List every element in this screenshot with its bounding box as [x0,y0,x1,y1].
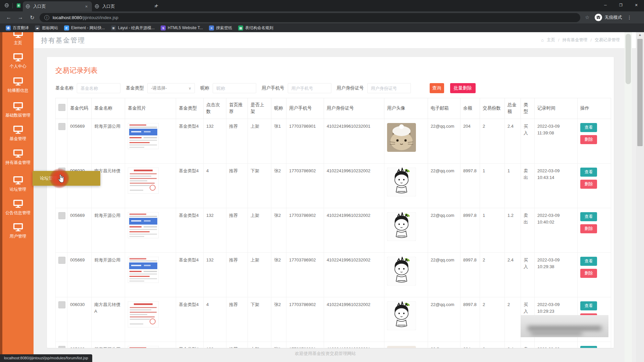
cell-type: 基金类型4 [176,252,204,297]
cell-shelf: 下架 [248,163,271,208]
fund-photo [128,346,173,348]
forward-button[interactable]: → [17,14,23,20]
view-button[interactable]: 查看 [580,301,597,310]
cell-avatar [384,208,428,252]
new-tab-button[interactable]: + [153,2,161,9]
cell-total: 2.4 [505,119,521,163]
fund-type-select[interactable]: -请选择-∨ [147,83,195,93]
watermark-smudge [528,326,601,330]
cell-total: 1 [505,163,521,208]
sidebar-item-9[interactable]: 用户管理 [2,223,34,244]
minimize-window-button[interactable]: ─ [598,0,613,10]
monitor-icon [13,176,23,185]
view-button[interactable]: 查看 [580,123,597,132]
tab-close-icon[interactable]: ✕ [84,4,89,9]
content-scrollbar[interactable] [625,32,632,362]
cell-shares: 2 [480,119,505,163]
monitor-icon [13,125,23,134]
cell-time: 2022-03-09 09:53:11 [535,342,578,348]
watermark-smudge [531,332,582,335]
sidebar-flyout-forum[interactable]: 论坛管理 [33,171,100,186]
delete-button[interactable]: 删除 [580,180,597,189]
restore-window-button[interactable]: ❐ [613,0,629,10]
bookmark-star-icon[interactable]: ☆ [585,14,589,20]
page-info-icon[interactable]: i [44,15,49,20]
browser-toolbar: ← → ↻ i localhost:8080 /jijintouzi/index… [0,11,644,23]
sidebar-item-3[interactable]: 轮播图信息 [2,77,34,99]
row-checkbox[interactable] [58,257,65,264]
filter-input[interactable] [288,83,331,93]
back-button[interactable]: ← [6,14,12,20]
sidebar-item-1[interactable]: 主页 [2,32,34,51]
reload-button[interactable]: ↻ [29,14,35,21]
cell-nick: 张2 [271,297,286,342]
bookmark-label: 百度翻译 [13,25,29,31]
tab-title: 入口页 [102,4,153,9]
cell-shelf: 上架 [248,119,271,163]
tabs-container: 入口页✕入口页✕ [23,1,161,11]
bookmark-item[interactable]: ≋Layui - 经典开源模... [108,24,158,31]
row-checkbox[interactable] [58,123,65,130]
content-scrollbar-thumb[interactable] [626,34,631,84]
sidebar-item-8[interactable]: 公告信息管理 [2,199,34,221]
search-button[interactable]: 查询 [430,83,444,93]
view-button[interactable]: 查看 [580,168,597,177]
cell-nick: 张1 [271,119,286,163]
cell-idcard: 410224199610232002 [324,163,384,208]
tab-separator [12,3,13,8]
sidebar: 主页个人中心轮播图信息基础数据管理基金管理持有基金管理论坛管理公告信息管理用户管… [0,32,34,362]
select-all-checkbox[interactable] [58,104,65,111]
browser-scrollbar[interactable]: ▲ [636,32,644,362]
bookmark-item[interactable]: 5HTML5 Website T... [158,24,206,31]
view-button[interactable]: 查看 [580,346,597,348]
browser-scrollbar-thumb[interactable] [637,39,643,146]
filter-input[interactable] [77,83,120,93]
address-bar[interactable]: i localhost:8080 /jijintouzi/index.jsp [40,13,580,22]
header-recommend: 首页推荐 [226,98,248,119]
sidebar-scrollbar[interactable] [0,32,2,362]
scrollbar-up-arrow-icon[interactable]: ▲ [636,33,644,37]
sidebar-item-2[interactable]: 个人中心 [2,53,34,74]
breadcrumb-item[interactable]: 主页 [547,37,555,43]
blurred-watermark [521,315,608,337]
delete-button[interactable]: 删除 [580,135,597,144]
close-window-button[interactable]: ✕ [629,0,644,10]
cell-check [56,297,67,342]
filter-input[interactable] [213,83,256,93]
breadcrumb-item[interactable]: 持有基金管理 [562,37,588,43]
delete-button[interactable]: 删除 [580,224,597,233]
header-nick: 昵称 [271,98,286,119]
browser-tab[interactable]: 入口页✕ [92,1,161,11]
header-shares: 交易份数 [480,98,505,119]
browser-tab[interactable]: 入口页✕ [23,1,92,11]
view-button[interactable]: 查看 [580,212,597,221]
cell-actions: 查看删除 [578,208,611,252]
row-checkbox[interactable] [58,301,65,308]
records-table: 基金代码基金名称基金照片基金类型点击次数首页推荐是否上架昵称用户手机号用户身份证… [55,98,611,348]
browser-menu-icon[interactable]: ⋮ [627,15,632,20]
filter-input[interactable] [367,83,411,93]
view-button[interactable]: 查看 [580,257,597,266]
bookmark-item[interactable]: 译百度翻译 [3,24,32,31]
pinned-tab-sheets-icon[interactable] [16,3,21,8]
bookmark-item[interactable]: ≡搜索壁纸 [206,24,235,31]
delete-button[interactable]: 删除 [580,269,597,278]
fund-photo [128,123,173,149]
bookmark-item[interactable]: ▰图标网站 [32,24,61,31]
batch-delete-button[interactable]: 批量删除 [450,83,476,93]
cell-shelf: 上架 [248,252,271,297]
sidebar-item-6[interactable]: 持有基金管理 [2,149,34,171]
tab-title: 入口页 [33,4,84,9]
transaction-panel: 交易记录列表 基金名称基金类型-请选择-∨昵称用户手机号用户身份证号 查询 批量… [47,57,614,348]
sidebar-item-7[interactable]: 论坛管理 [2,176,34,197]
breadcrumb-separator: / [558,38,559,43]
bookmark-item[interactable]: ▦表结构命名规则 [235,24,276,31]
cell-phone: 17703786902 [286,163,324,208]
row-checkbox[interactable] [58,212,65,219]
bookmark-item[interactable]: EElement - 网站快... [61,24,108,31]
sidebar-item-4[interactable]: 基础数据管理 [2,102,34,123]
sidebar-item-5[interactable]: 基金管理 [2,125,34,147]
incognito-indicator: 无痕模式 [595,14,622,21]
row-checkbox[interactable] [58,346,65,348]
cell-phone: 17703786901 [286,119,324,163]
